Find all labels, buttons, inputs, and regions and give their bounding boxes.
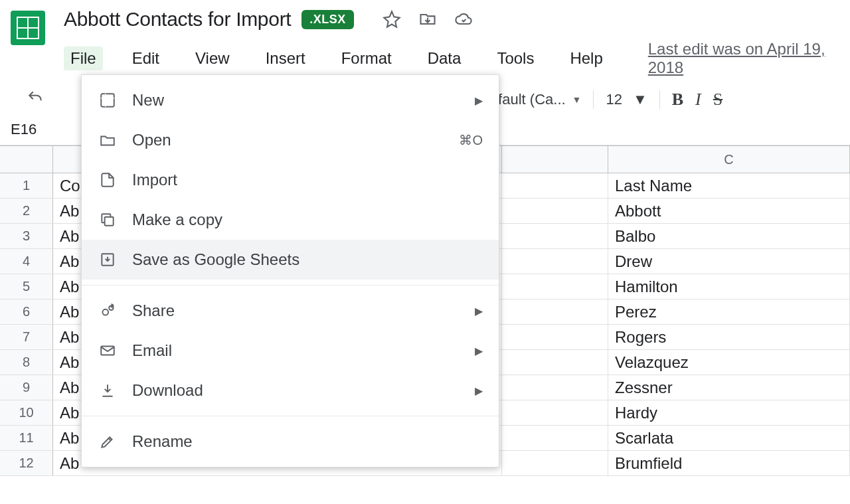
menu-view[interactable]: View: [189, 46, 236, 70]
bold-button[interactable]: B: [672, 90, 683, 110]
cell[interactable]: [502, 249, 608, 274]
select-all-corner[interactable]: [0, 146, 53, 173]
cell[interactable]: Scarlata: [608, 426, 850, 450]
svg-rect-0: [101, 94, 114, 107]
cell[interactable]: [502, 299, 608, 324]
toolbar-separator: [659, 90, 660, 109]
row-header[interactable]: 9: [0, 375, 53, 400]
menu-file[interactable]: File: [64, 46, 103, 70]
cell[interactable]: Velazquez: [608, 350, 850, 375]
download-icon: [98, 380, 118, 400]
row-header[interactable]: 10: [0, 400, 53, 425]
cell[interactable]: Last Name: [608, 173, 850, 198]
menu-help[interactable]: Help: [563, 46, 609, 70]
sheets-logo[interactable]: [11, 11, 45, 45]
row-header[interactable]: 3: [0, 224, 53, 248]
svg-rect-1: [105, 217, 114, 226]
caret-down-icon: ▼: [633, 91, 647, 108]
cell[interactable]: [502, 451, 608, 475]
cell[interactable]: Hardy: [608, 400, 850, 425]
cell[interactable]: Perez: [608, 299, 850, 324]
row-header[interactable]: 5: [0, 274, 53, 299]
cell[interactable]: [502, 199, 608, 223]
menu-item-save-as-google-sheets[interactable]: Save as Google Sheets: [82, 240, 499, 280]
strikethrough-button[interactable]: S: [713, 90, 722, 110]
file-menu-dropdown: New ▶ Open ⌘O Import Make a copy Save as…: [81, 74, 499, 467]
save-icon: [98, 250, 118, 270]
row-header[interactable]: 12: [0, 451, 53, 475]
cell[interactable]: Drew: [608, 249, 850, 274]
cell[interactable]: Zessner: [608, 375, 850, 400]
cell[interactable]: [502, 400, 608, 425]
share-icon: [98, 301, 118, 321]
menu-item-email[interactable]: Email ▶: [82, 331, 499, 371]
row-header[interactable]: 1: [0, 173, 53, 198]
row-header[interactable]: 11: [0, 426, 53, 450]
menu-insert[interactable]: Insert: [259, 46, 312, 70]
row-header[interactable]: 4: [0, 249, 53, 274]
menu-item-import[interactable]: Import: [82, 160, 499, 200]
import-icon: [98, 170, 118, 190]
last-edit-link[interactable]: Last edit was on April 19, 2018: [648, 40, 839, 77]
rename-icon: [98, 432, 118, 452]
star-icon[interactable]: [382, 9, 402, 29]
move-icon[interactable]: [418, 9, 438, 29]
svg-point-3: [102, 309, 108, 315]
cell[interactable]: Abbott: [608, 199, 850, 223]
new-sheet-icon: [98, 90, 118, 110]
menu-format[interactable]: Format: [335, 46, 398, 70]
submenu-arrow-icon: ▶: [475, 345, 483, 357]
cell[interactable]: [502, 350, 608, 375]
submenu-arrow-icon: ▶: [475, 384, 483, 397]
menu-data[interactable]: Data: [421, 46, 468, 70]
menu-edit[interactable]: Edit: [126, 46, 166, 70]
row-header[interactable]: 6: [0, 299, 53, 324]
menu-item-share[interactable]: Share ▶: [82, 291, 499, 331]
toolbar-separator: [593, 90, 594, 109]
menu-separator: [82, 285, 499, 286]
caret-down-icon: ▼: [572, 94, 582, 105]
menu-item-download[interactable]: Download ▶: [82, 371, 499, 410]
menu-item-rename[interactable]: Rename: [82, 422, 499, 462]
cloud-status-icon[interactable]: [454, 9, 473, 29]
cell[interactable]: [502, 426, 608, 450]
row-header[interactable]: 7: [0, 325, 53, 349]
submenu-arrow-icon: ▶: [475, 94, 483, 107]
cell[interactable]: [502, 173, 608, 198]
shortcut-text: ⌘O: [459, 132, 483, 148]
xlsx-badge: .XLSX: [301, 10, 354, 29]
column-header-c[interactable]: C: [608, 146, 850, 173]
row-header[interactable]: 8: [0, 350, 53, 375]
font-size-selector[interactable]: 12 ▼: [606, 91, 647, 108]
italic-button[interactable]: I: [695, 90, 701, 110]
email-icon: [98, 341, 118, 361]
cell[interactable]: Rogers: [608, 325, 850, 349]
copy-icon: [98, 210, 118, 230]
cell[interactable]: Hamilton: [608, 274, 850, 299]
menu-tools[interactable]: Tools: [490, 46, 541, 70]
cell[interactable]: [502, 224, 608, 248]
document-title[interactable]: Abbott Contacts for Import: [64, 8, 291, 31]
column-header-b[interactable]: [502, 146, 608, 173]
undo-icon[interactable]: [27, 89, 44, 110]
cell[interactable]: Balbo: [608, 224, 850, 248]
row-header[interactable]: 2: [0, 199, 53, 223]
cell[interactable]: [502, 375, 608, 400]
menu-item-make-copy[interactable]: Make a copy: [82, 200, 499, 240]
folder-icon: [98, 130, 118, 150]
cell[interactable]: [502, 325, 608, 349]
cell[interactable]: [502, 274, 608, 299]
submenu-arrow-icon: ▶: [475, 305, 483, 317]
cell[interactable]: Brumfield: [608, 451, 850, 475]
font-size-value: 12: [606, 91, 622, 108]
menu-item-new[interactable]: New ▶: [82, 80, 499, 120]
menu-separator: [82, 416, 499, 416]
menu-item-open[interactable]: Open ⌘O: [82, 120, 499, 160]
